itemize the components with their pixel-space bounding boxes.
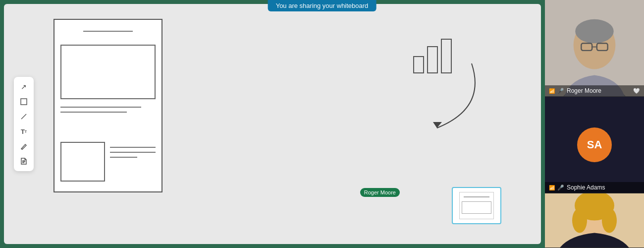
svg-marker-8 (433, 122, 442, 128)
wireframe-bottom (60, 142, 156, 182)
sophie-signal-icon: 📶 (549, 185, 555, 190)
wireframe-thumbnail (60, 142, 105, 182)
wireframe-text-line-1 (110, 147, 156, 148)
main-container: You are sharing your whiteboard ↗ TT (0, 0, 644, 248)
sophie-mic-icon: 🎤 (557, 185, 564, 191)
mini-prev-header (464, 196, 489, 197)
pen-tool-button[interactable] (17, 139, 31, 153)
wireframe-header (83, 31, 133, 32)
arrow-connector (397, 49, 496, 148)
sharing-banner-text: You are sharing your whiteboard (276, 2, 369, 9)
participant-tile-roger: 📶 🎤 Roger Moore 🤍 (545, 0, 644, 97)
svg-point-21 (602, 208, 617, 233)
roger-name-text: Roger Moore (567, 87, 601, 94)
roger-reaction-icon: 🤍 (633, 88, 640, 94)
roger-mic-icon: 🎤 (557, 88, 564, 94)
svg-point-12 (575, 19, 614, 44)
svg-point-20 (572, 208, 587, 233)
sophie-initials: SA (587, 138, 602, 151)
mini-prev-image (462, 201, 491, 214)
wireframe-line-2 (60, 112, 127, 113)
participant-tile-sophie: SA 📶 🎤 Sophie Adams (545, 97, 644, 193)
svg-line-2 (21, 149, 22, 149)
wireframe-side-text (110, 142, 156, 182)
cursor-label-roger: Roger Moore (360, 188, 400, 197)
line-tool-button[interactable] (17, 110, 31, 124)
roger-video (545, 0, 644, 96)
sophie-avatar: SA (577, 127, 612, 162)
wireframe-text-line-2 (110, 152, 156, 153)
file-tool-button[interactable] (17, 154, 31, 168)
wireframe-text-line-3 (110, 157, 137, 158)
roger-signal-icon: 📶 (549, 88, 555, 94)
rect-tool-button[interactable] (17, 95, 31, 109)
whiteboard-toolbar: ↗ TT (14, 77, 34, 171)
participant-tile-third (545, 193, 644, 248)
wireframe-image-placeholder (60, 45, 156, 99)
wireframe-text-area (60, 107, 156, 117)
sharing-banner: You are sharing your whiteboard (268, 0, 376, 11)
participants-panel: 📶 🎤 Roger Moore 🤍 SA 📶 🎤 Sophie Adams (545, 0, 644, 248)
whiteboard-window[interactable]: ↗ TT (4, 4, 541, 244)
wireframe-line-1 (60, 107, 141, 108)
roger-name-bar: 📶 🎤 Roger Moore 🤍 (545, 85, 644, 96)
mini-preview-card[interactable] (452, 187, 501, 224)
select-tool-button[interactable]: ↗ (17, 80, 31, 94)
cursor-label-text: Roger Moore (364, 189, 396, 195)
mini-preview-content (459, 192, 494, 219)
sophie-name-text: Sophie Adams (567, 184, 605, 191)
svg-line-1 (21, 114, 26, 119)
sophie-name-bar: 📶 🎤 Sophie Adams (545, 182, 644, 193)
wireframe-sketch (54, 19, 162, 192)
svg-rect-0 (21, 99, 27, 105)
text-tool-button[interactable]: TT (17, 124, 31, 138)
